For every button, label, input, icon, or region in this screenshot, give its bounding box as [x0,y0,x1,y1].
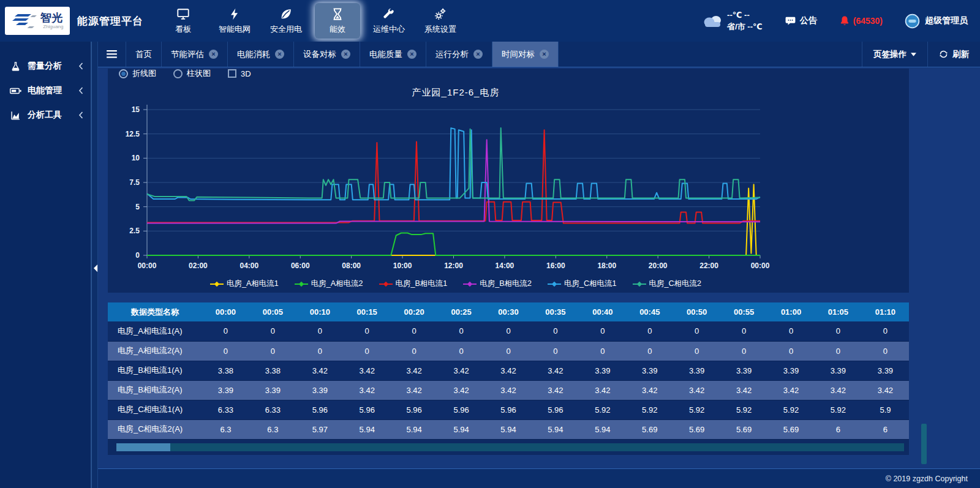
svg-text:2.5: 2.5 [129,227,140,235]
chart-type-radio-2[interactable]: 柱状图 [173,69,211,79]
cell-value: 3.42 [344,361,391,380]
checkbox-box[interactable] [228,69,236,78]
alarm-button[interactable]: (64530) [839,15,883,26]
svg-text:08:00: 08:00 [342,261,361,270]
legend-item-6[interactable]: 电房_C相电流2 [633,279,701,289]
tab-list-toggle[interactable] [98,42,126,67]
legend-item-2[interactable]: 电房_A相电流2 [295,279,363,289]
cell-value: 5.94 [485,419,532,439]
tab-7[interactable]: 时间对标× [492,42,559,67]
col-header: 00:30 [485,302,532,321]
cell-value: 0 [626,341,673,361]
battery-icon [10,86,21,96]
legend-item-5[interactable]: 电房_C相电流1 [548,279,616,289]
tab-4[interactable]: 设备对标× [294,42,360,67]
sidebar-item-1[interactable]: 需量分析 [0,54,91,78]
legend-item-1[interactable]: 电房_A相电流1 [210,279,279,289]
cell-value: 0 [862,321,909,341]
row-label: 电房_C相电流2(A) [108,419,202,439]
nav-item-lightning[interactable]: 智能电网 [212,3,257,39]
cell-value: 0 [532,341,579,361]
tab-operations-dropdown[interactable]: 页签操作 [862,42,927,67]
brand-logo[interactable]: 智光 Zhiguang [5,7,70,35]
tab-6[interactable]: 运行分析× [426,42,492,67]
svg-text:14:00: 14:00 [496,261,514,270]
col-header: 00:10 [296,302,344,321]
svg-text:02:00: 02:00 [189,261,208,270]
chart-type-radio-1[interactable]: 折线图 [119,69,156,79]
cell-value: 5.92 [767,400,815,419]
close-icon[interactable]: × [209,50,218,59]
nav-item-monitor[interactable]: 看板 [160,3,206,39]
tab-2[interactable]: 节能评估× [162,42,228,67]
row-label: 电房_B相电流1(A) [108,361,202,380]
cell-value: 0 [202,341,249,361]
cell-value: 3.38 [249,361,296,380]
table-row[interactable]: 电房_C相电流1(A)6.336.335.965.965.965.965.965… [108,400,909,419]
series-marker-icon [548,281,561,287]
horizontal-scroll-thumb[interactable] [116,443,170,451]
table-row[interactable]: 电房_C相电流2(A)6.36.35.975.945.945.945.945.9… [108,419,909,439]
cell-value: 0 [815,341,862,361]
notice-label: 公告 [800,15,817,26]
svg-text:7.5: 7.5 [129,178,140,187]
close-icon[interactable]: × [341,50,350,59]
navbar-right: --℃ -- 省/市 --℃ 公告 (64530) 超级 [703,9,968,33]
nav-item-hourglass[interactable]: 能效 [315,3,360,39]
table-row[interactable]: 电房_B相电流2(A)3.393.393.393.423.423.423.423… [108,380,909,400]
col-header: 00:55 [720,302,767,321]
sidebar-item-3[interactable]: 分析工具 [0,103,91,127]
table-horizontal-scrollbar[interactable] [116,443,904,451]
legend-label: 电房_B相电流2 [480,279,532,289]
tab-5[interactable]: 电能质量× [360,42,426,67]
cell-value: 5.69 [673,419,720,439]
col-header: 00:50 [673,302,720,321]
sidebar-collapse-divider[interactable] [91,42,98,488]
tab-label: 设备对标 [303,49,336,60]
radio-circle[interactable] [119,69,128,78]
tab-3[interactable]: 电能消耗× [228,42,294,67]
svg-text:20:00: 20:00 [649,261,668,270]
cell-value: 5.69 [626,419,673,439]
collapse-handle-icon[interactable] [93,263,98,272]
cell-value: 3.42 [532,380,579,400]
weather-widget: --℃ -- 省/市 --℃ [703,9,763,33]
svg-text:22:00: 22:00 [699,261,718,270]
col-header: 00:05 [249,302,296,321]
svg-text:04:00: 04:00 [239,261,258,270]
notice-button[interactable]: 公告 [785,15,817,27]
user-menu[interactable]: 超级管理员 [905,13,968,29]
vertical-scroll-thumb[interactable] [921,424,927,464]
series-marker-icon [633,281,646,287]
refresh-button[interactable]: 刷新 [927,42,980,67]
sidebar-item-2[interactable]: 电能管理 [0,78,91,103]
tab-actions: 页签操作 刷新 [862,42,980,67]
nav-item-gears[interactable]: 系统设置 [418,3,463,39]
nav-item-label: 运维中心 [373,24,405,35]
cell-value: 0 [202,321,249,341]
table-row[interactable]: 电房_A相电流2(A)000000000000000 [108,341,909,361]
cell-value: 3.39 [862,361,909,380]
radio-circle[interactable] [173,69,183,78]
cell-value: 0 [767,341,815,361]
chart-type-controls: 折线图柱状图3D [108,69,909,81]
nav-item-leaf[interactable]: 安全用电 [263,3,309,39]
table-row[interactable]: 电房_B相电流1(A)3.383.383.423.423.423.423.423… [108,361,909,380]
close-icon[interactable]: × [407,50,417,59]
table-row[interactable]: 电房_A相电流1(A)000000000000000 [108,321,909,341]
close-icon[interactable]: × [275,50,284,59]
cell-value: 3.42 [579,380,626,400]
legend-label: 电房_A相电流1 [227,279,279,289]
legend-label: 电房_C相电流1 [564,279,616,289]
chart-area-icon [10,110,21,121]
chart-3d-checkbox[interactable]: 3D [228,69,251,78]
nav-item-wrench[interactable]: 运维中心 [366,3,412,39]
monitor-icon [176,7,190,21]
tab-1[interactable]: 首页 [126,42,162,67]
legend-item-4[interactable]: 电房_B相电流2 [463,279,532,289]
close-icon[interactable]: × [473,50,483,59]
close-icon[interactable]: × [540,50,549,59]
nav-item-label: 能效 [330,24,345,35]
legend-item-3[interactable]: 电房_B相电流1 [379,279,448,289]
cell-value: 3.42 [438,380,485,400]
